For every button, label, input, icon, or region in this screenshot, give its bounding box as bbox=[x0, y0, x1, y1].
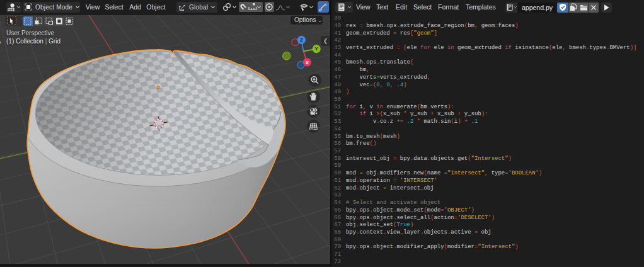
svg-text:Y: Y bbox=[315, 46, 319, 52]
svg-text:X: X bbox=[306, 60, 309, 65]
svg-text:Z: Z bbox=[300, 37, 303, 43]
